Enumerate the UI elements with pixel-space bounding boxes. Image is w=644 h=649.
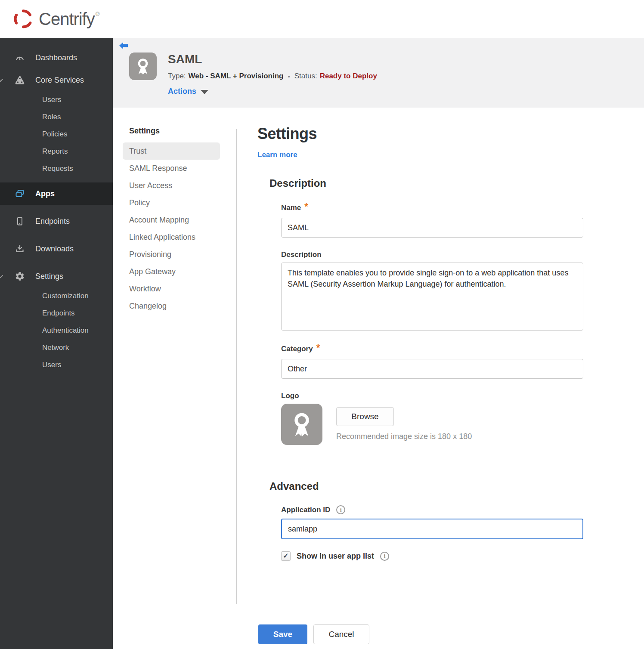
browse-button[interactable]: Browse (336, 407, 394, 426)
sidebar-item-core-services[interactable]: Core Services (0, 69, 113, 91)
logo-label: Logo (281, 392, 299, 400)
sidebar-item-policies[interactable]: Policies (0, 126, 113, 143)
brand-name: Centrify (39, 9, 95, 29)
learn-more-link[interactable]: Learn more (257, 151, 297, 159)
sidebar-item-settings[interactable]: Settings (0, 265, 113, 287)
gauge-icon (15, 53, 25, 63)
sidebar-label: Downloads (35, 244, 74, 253)
cancel-button[interactable]: Cancel (313, 624, 369, 644)
mobile-device-icon (15, 216, 25, 226)
description-textarea[interactable]: This template enables you to provide sin… (281, 263, 583, 331)
sidebar-item-customization[interactable]: Customization (0, 287, 113, 305)
subnav-item-provisioning[interactable]: Provisioning (123, 246, 220, 263)
application-id-label: Application ID (281, 506, 330, 514)
app-logo-thumbnail (129, 53, 157, 80)
top-bar: Centrify ® (0, 0, 644, 38)
required-asterisk: * (304, 201, 308, 212)
apps-icon (15, 189, 25, 199)
sidebar-item-requests[interactable]: Requests (0, 160, 113, 177)
actions-label: Actions (168, 87, 196, 96)
category-label: Category (281, 345, 313, 353)
sidebar: Dashboards Core Services Users Roles Pol… (0, 38, 113, 649)
description-section-heading: Description (269, 177, 593, 189)
sidebar-label: Apps (35, 189, 55, 198)
caret-down-icon (201, 90, 208, 94)
subnav-heading: Settings (123, 127, 220, 136)
sidebar-item-roles[interactable]: Roles (0, 108, 113, 126)
sidebar-label: Settings (35, 272, 63, 281)
subnav-item-policy[interactable]: Policy (123, 194, 220, 211)
sidebar-item-settings-endpoints[interactable]: Endpoints (0, 305, 113, 322)
download-icon (15, 244, 25, 254)
name-label: Name (281, 204, 301, 212)
status-label: Status: (294, 72, 317, 80)
subnav-item-user-access[interactable]: User Access (123, 177, 220, 194)
actions-dropdown[interactable]: Actions (168, 87, 377, 96)
save-button[interactable]: Save (258, 624, 307, 644)
app-subnav: Settings Trust SAML Response User Access… (123, 127, 220, 315)
info-icon[interactable]: i (380, 552, 389, 561)
checkmark-icon: ✓ (283, 553, 288, 559)
category-input[interactable] (281, 359, 583, 379)
centrify-swirl-icon (12, 8, 34, 30)
vertical-divider (236, 129, 237, 604)
application-id-input[interactable] (281, 519, 583, 539)
subnav-item-trust[interactable]: Trust (123, 142, 220, 160)
meta-separator: • (288, 73, 290, 80)
gear-icon (15, 271, 25, 281)
sidebar-item-apps[interactable]: Apps (0, 182, 113, 205)
settings-panel: Settings Learn more Description Name * D… (257, 125, 593, 644)
sidebar-item-dashboards[interactable]: Dashboards (0, 46, 113, 69)
sidebar-item-network[interactable]: Network (0, 339, 113, 356)
status-value: Ready to Deploy (320, 72, 377, 80)
info-icon[interactable]: i (336, 505, 345, 514)
sidebar-label: Endpoints (35, 217, 70, 226)
app-meta: Type: Web - SAML + Provisioning • Status… (168, 72, 377, 80)
sidebar-item-users[interactable]: Users (0, 91, 113, 108)
chevron-down-icon (0, 76, 4, 84)
sidebar-item-endpoints[interactable]: Endpoints (0, 210, 113, 232)
brand-trademark: ® (96, 11, 100, 17)
subnav-item-saml-response[interactable]: SAML Response (123, 160, 220, 177)
subnav-item-changelog[interactable]: Changelog (123, 297, 220, 315)
sidebar-item-downloads[interactable]: Downloads (0, 238, 113, 260)
subnav-item-app-gateway[interactable]: App Gateway (123, 263, 220, 280)
sidebar-item-authentication[interactable]: Authentication (0, 322, 113, 339)
sidebar-label: Core Services (35, 76, 84, 85)
core-services-icon (15, 75, 25, 85)
type-value: Web - SAML + Provisioning (189, 72, 284, 80)
centrify-logo: Centrify ® (0, 0, 644, 38)
chevron-down-icon (0, 272, 4, 280)
subnav-item-linked-applications[interactable]: Linked Applications (123, 229, 220, 246)
app-header: SAML Type: Web - SAML + Provisioning • S… (113, 38, 644, 108)
required-asterisk: * (316, 342, 320, 353)
back-arrow-icon[interactable] (119, 41, 128, 50)
advanced-section-heading: Advanced (269, 480, 593, 492)
name-input[interactable] (281, 218, 583, 238)
show-in-user-app-list-label: Show in user app list (297, 552, 374, 561)
show-in-user-app-list-checkbox[interactable]: ✓ (281, 551, 291, 561)
subnav-item-workflow[interactable]: Workflow (123, 280, 220, 297)
description-label: Description (281, 250, 322, 259)
logo-size-hint: Recommended image size is 180 x 180 (336, 432, 472, 441)
app-title: SAML (168, 53, 377, 66)
logo-preview (281, 404, 322, 445)
page-title: Settings (257, 125, 593, 143)
sidebar-item-reports[interactable]: Reports (0, 143, 113, 160)
type-label: Type: (168, 72, 186, 80)
subnav-item-account-mapping[interactable]: Account Mapping (123, 211, 220, 229)
sidebar-item-settings-users[interactable]: Users (0, 356, 113, 374)
sidebar-label: Dashboards (35, 53, 77, 62)
